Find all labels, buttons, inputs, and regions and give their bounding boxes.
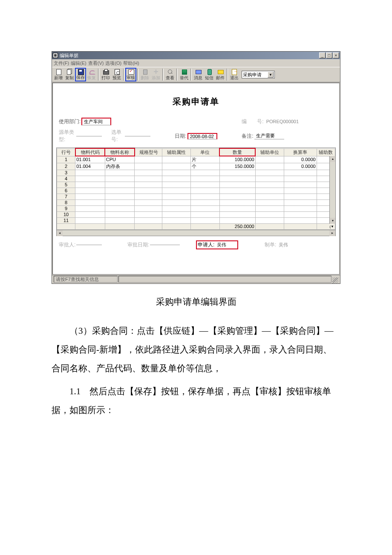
copy-button[interactable]: 复制 [64, 68, 75, 81]
form-body: 采购申请单 使用部门: 生产车间 编 号: POREQ000001 源单类型: … [52, 83, 340, 275]
new-button[interactable]: 新增 [53, 68, 64, 81]
chevron-down-icon: ▼ [268, 72, 274, 78]
col-qty: 数量 [219, 148, 255, 156]
applicant-field: 申请人: 吴伟 [196, 240, 265, 249]
grid-header-row: 行号 物料代码 物料名称 规格型号 辅助属性 单位 数量 辅助单位 换算率 辅助… [57, 148, 335, 156]
find-button[interactable]: 查看 [164, 68, 176, 81]
col-aux-attr: 辅助属性 [162, 148, 191, 156]
toolbar: 新增 复制 保存 恢复 打印 预览 审核 删除 添加 查看 替代 消息 短信 邮… [52, 67, 340, 82]
paragraph-1-1: 1.1 然后点击【保存】按钮，保存单据，再点【审核】按钮审核单据，如图所示： [52, 382, 340, 419]
preview-icon [113, 69, 120, 75]
audit-button[interactable]: 审核 [125, 68, 136, 81]
sms-icon [206, 69, 213, 75]
statusbar: 请按F7查找相关信息 [52, 275, 340, 283]
code-field: 编 号: POREQ000001 [242, 118, 333, 125]
save-button[interactable]: 保存 [75, 68, 86, 81]
table-row[interactable]: 5 [57, 182, 335, 188]
toolbar-separator [123, 69, 124, 81]
remark-field: 备注: 生产需要 [242, 133, 333, 140]
close-button[interactable]: × [333, 52, 339, 58]
col-spec: 规格型号 [135, 148, 162, 156]
table-row[interactable]: 101.001CPU片100.00000.0000 [57, 156, 335, 163]
delete-button[interactable]: 删除 [139, 68, 150, 81]
toolbar-separator [176, 69, 178, 81]
dept-label: 使用部门: [59, 118, 81, 125]
toolbar-separator [162, 69, 164, 81]
table-row[interactable]: 9 [57, 205, 335, 211]
print-button[interactable]: 打印 [100, 68, 111, 81]
toolbar-separator [98, 69, 99, 81]
source-type-input[interactable] [76, 136, 102, 136]
col-aux-unit: 辅助单位 [255, 148, 284, 156]
mail-icon [217, 69, 224, 75]
print-icon [102, 69, 109, 75]
applicant-input[interactable]: 吴伟 [215, 242, 236, 248]
grid-vscrollbar[interactable] [329, 156, 335, 224]
copy-icon [66, 69, 73, 75]
replace-icon [181, 69, 187, 75]
message-icon [195, 69, 202, 75]
total-qty: 250.0000 [219, 223, 255, 229]
preview-button[interactable]: 预览 [111, 68, 122, 81]
scroll-right-icon[interactable]: ▸ [329, 230, 335, 236]
source-type-field: 源单类型: 选单号: [59, 129, 150, 143]
col-name: 物料名称 [105, 148, 135, 156]
date-input[interactable]: 2008-08-02 [187, 133, 217, 139]
table-row[interactable]: 4 [57, 176, 335, 182]
table-row[interactable]: 3 [57, 170, 335, 176]
table-row[interactable]: 10 [57, 211, 335, 217]
paragraph-3: （3）采购合同：点击【供应链】—【采购管理】—【采购合同】—【采购合同-新增】，… [52, 321, 340, 378]
scroll-left-icon[interactable]: ◂ [57, 230, 63, 236]
figure-caption: 采购申请单编辑界面 [52, 292, 340, 311]
approve-date-label: 审批日期: [127, 241, 149, 249]
doc-type-combo[interactable]: 采购申请 ▼ [242, 71, 275, 78]
approve-date-input[interactable] [150, 245, 180, 245]
undo-icon [88, 69, 95, 75]
titlebar[interactable]: 编辑单据 _ □ × [52, 52, 340, 59]
col-unit: 单位 [191, 148, 219, 156]
message-button[interactable]: 消息 [193, 68, 204, 81]
window-title: 编辑单据 [60, 52, 78, 59]
remark-input[interactable]: 生产需要 [254, 133, 284, 139]
check-icon [127, 69, 134, 74]
maximize-button[interactable]: □ [326, 52, 332, 58]
mail-button[interactable]: 邮件 [215, 68, 226, 81]
grid-hscrollbar[interactable]: ◂ ▸ [57, 230, 335, 236]
order-no-input[interactable] [125, 136, 150, 136]
table-row[interactable]: 11 [57, 217, 335, 223]
delete-icon [141, 69, 148, 75]
approve-date-field: 审批日期: [127, 241, 196, 249]
approver-input[interactable] [76, 245, 102, 245]
replace-button[interactable]: 替代 [179, 68, 190, 81]
menu-view[interactable]: 查看(V) [88, 60, 104, 66]
add-icon [153, 69, 159, 75]
sms-button[interactable]: 短信 [204, 68, 215, 81]
exit-button[interactable]: 退出 [229, 68, 240, 81]
minimize-button[interactable]: _ [319, 52, 326, 58]
approver-label: 审批人: [59, 241, 75, 249]
menubar: 文件(F) 编辑(E) 查看(V) 选项(O) 帮助(H) [52, 59, 340, 67]
status-hint: 请按F7查找相关信息 [54, 276, 118, 283]
menu-help[interactable]: 帮助(H) [123, 60, 139, 66]
table-row[interactable]: 8 [57, 199, 335, 205]
dept-input[interactable]: 生产车间 [81, 118, 111, 125]
order-no-label: 选单号: [111, 129, 124, 143]
form-title: 采购申请单 [56, 96, 336, 107]
detail-grid[interactable]: 行号 物料代码 物料名称 规格型号 辅助属性 单位 数量 辅助单位 换算率 辅助… [56, 147, 336, 236]
dept-field: 使用部门: 生产车间 [59, 118, 150, 125]
menu-file[interactable]: 文件(F) [54, 60, 69, 66]
code-label: 编 号: [242, 118, 263, 125]
menu-options[interactable]: 选项(O) [105, 60, 121, 66]
restore-button[interactable]: 恢复 [86, 68, 97, 81]
approver-field: 审批人: [59, 241, 127, 249]
exit-icon [231, 69, 238, 75]
document-text: 采购申请单编辑界面 （3）采购合同：点击【供应链】—【采购管理】—【采购合同】—… [52, 292, 340, 420]
table-row[interactable]: 6 [57, 188, 335, 194]
toolbar-separator [190, 69, 192, 81]
table-row[interactable]: 7 [57, 194, 335, 199]
resize-grip-icon[interactable] [332, 278, 338, 283]
add-button[interactable]: 添加 [150, 68, 161, 81]
menu-edit[interactable]: 编辑(E) [71, 60, 86, 66]
table-row[interactable]: 201.004内存条个150.00000.0000 [57, 163, 335, 170]
app-window: 编辑单据 _ □ × 文件(F) 编辑(E) 查看(V) 选项(O) 帮助(H)… [52, 51, 340, 284]
